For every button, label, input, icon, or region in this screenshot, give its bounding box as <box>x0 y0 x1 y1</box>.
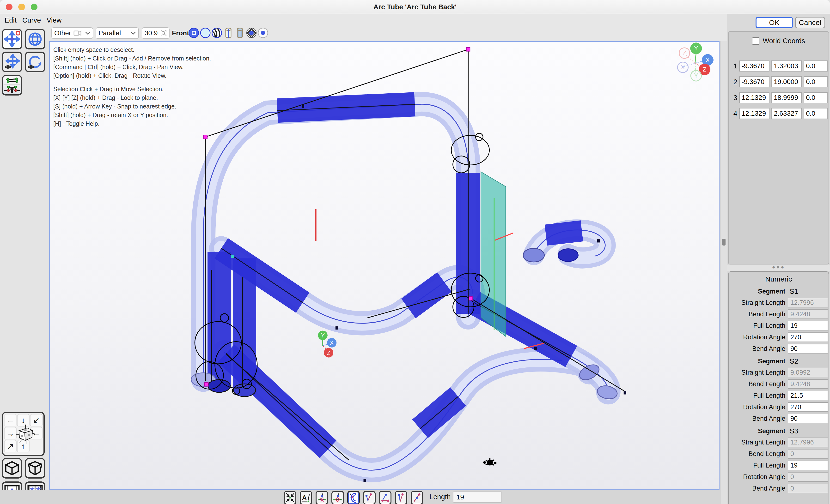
window-title: Arc Tube 'Arc Tube Back' <box>0 3 830 11</box>
s1-straight-length-field[interactable]: 12.7996 <box>788 298 828 307</box>
nav-arrow-up-right[interactable]: ↗ <box>4 440 17 452</box>
svg-text:A: A <box>302 494 307 501</box>
segment-raise-tool-button[interactable] <box>2 75 22 96</box>
tool-snap-point-burst[interactable] <box>316 491 328 504</box>
divider-handle[interactable] <box>722 239 726 245</box>
tool-polyline-v[interactable] <box>363 491 376 504</box>
s3-full-length-field[interactable]: 19 <box>788 461 828 470</box>
cube-icon <box>28 461 42 476</box>
point-4-y-field[interactable]: 2.63327 <box>771 108 802 119</box>
s3-bend-length-field[interactable]: 0 <box>788 449 828 459</box>
iso-view-button-2[interactable] <box>25 458 45 478</box>
move-selection-tool-button[interactable] <box>2 29 22 49</box>
svg-text:Z: Z <box>702 66 706 73</box>
camera-icon <box>73 30 82 37</box>
display-mode-hollow-section-button[interactable] <box>200 27 211 38</box>
top-toolbar: Other Parallel 30.9 Front <box>0 26 830 41</box>
s1-rotation-angle-field[interactable]: 270 <box>788 332 828 342</box>
point-row-2: 2 -9.3670 19.0000 0.0 <box>729 76 829 87</box>
panel-divider[interactable] <box>720 41 727 504</box>
menu-curve[interactable]: Curve <box>22 16 41 24</box>
point-3-x-field[interactable]: 12.1329 <box>739 92 769 103</box>
viewport-3d[interactable]: Y X Z Y X Z Z X Y Click empty space to <box>49 41 720 490</box>
camera-select[interactable]: Other <box>52 27 93 39</box>
s2-rotation-angle-field[interactable]: 270 <box>788 402 828 412</box>
title-bar: Arc Tube 'Arc Tube Back' <box>0 0 830 14</box>
world-move-tool-button[interactable] <box>25 29 45 49</box>
projection-select-value: Parallel <box>98 29 121 37</box>
menu-view[interactable]: View <box>46 16 62 24</box>
length-input[interactable]: 19 <box>453 492 502 503</box>
svg-text:Z: Z <box>327 350 330 356</box>
s2-bend-length-field[interactable]: 9.4248 <box>788 379 828 389</box>
display-mode-environment-button[interactable] <box>211 27 222 38</box>
point-4-z-field[interactable]: 0.0 <box>804 108 828 119</box>
svg-text:X: X <box>706 57 710 64</box>
s3-bend-angle-field[interactable]: 0 <box>788 483 828 493</box>
tool-straight-line[interactable] <box>411 491 423 504</box>
s1-bend-length-field[interactable]: 9.4248 <box>788 309 828 319</box>
point-row-3: 3 12.1329 18.9999 0.0 <box>729 92 829 103</box>
point-3-z-field[interactable]: 0.0 <box>804 92 828 103</box>
s1-full-length-field[interactable]: 19 <box>788 321 828 331</box>
snap-diamond-icon <box>333 493 343 503</box>
point-2-y-field[interactable]: 19.0000 <box>771 76 802 87</box>
iso-view-button-1[interactable] <box>2 458 22 478</box>
point-3-y-field[interactable]: 18.9999 <box>771 92 802 103</box>
s3-straight-length-field[interactable]: 12.7996 <box>788 438 828 447</box>
segment-header-2: Segment S2 <box>729 357 829 365</box>
cancel-button[interactable]: Cancel <box>795 17 825 28</box>
tool-snap-point-diamond[interactable] <box>331 491 344 504</box>
tool-corner-angle[interactable] <box>379 491 391 504</box>
origin-gizmo: Y X Z <box>318 331 337 357</box>
point-index: 4 <box>730 110 737 117</box>
projection-select[interactable]: Parallel <box>96 27 139 39</box>
zoom-value-field[interactable]: 30.9 <box>142 27 169 39</box>
display-mode-pattern-section-button[interactable] <box>246 27 257 38</box>
chevron-down-icon <box>85 31 90 35</box>
point-2-z-field[interactable]: 0.0 <box>804 76 828 87</box>
s3-rotation-angle-field[interactable]: 0 <box>788 472 828 482</box>
display-mode-dot-section-button[interactable] <box>257 27 268 38</box>
point-4-x-field[interactable]: 12.1329 <box>739 108 769 119</box>
s2-straight-length-field[interactable]: 9.0992 <box>788 368 828 377</box>
axis-gizmo[interactable]: Y X Z Z X Y <box>677 42 713 81</box>
world-coords-checkbox[interactable] <box>752 37 759 45</box>
rotate-view-tool-button[interactable] <box>25 52 45 72</box>
display-mode-solid-section-button[interactable] <box>188 27 199 38</box>
tool-arc-tube[interactable] <box>347 491 360 504</box>
point-1-z-field[interactable]: 0.0 <box>804 61 828 71</box>
svg-text:Z: Z <box>682 49 687 57</box>
panel-splitter[interactable]: ●●● <box>727 265 830 271</box>
snap-point <box>231 255 234 258</box>
menu-edit[interactable]: Edit <box>5 16 17 24</box>
tool-narrow-v[interactable] <box>395 491 407 504</box>
cube-icon <box>5 461 20 476</box>
display-mode-tube-wire-button[interactable] <box>223 27 234 38</box>
tool-collapse-selection[interactable] <box>284 491 296 504</box>
svg-text:Y: Y <box>321 332 325 339</box>
point-2-x-field[interactable]: -9.3670 <box>739 76 769 87</box>
view-navigator: ← ↓ ↙ → ← ↗ ↑ <box>2 412 45 456</box>
nav-arrow-left-top[interactable]: ← <box>4 414 17 427</box>
nav-cube-icon[interactable] <box>15 424 35 445</box>
point-1-y-field[interactable]: 1.32003 <box>771 61 802 71</box>
length-label: Length <box>429 493 451 501</box>
s2-full-length-field[interactable]: 21.5 <box>788 391 828 400</box>
lines-v-icon <box>364 493 374 503</box>
point-1-x-field[interactable]: -9.3670 <box>739 61 769 71</box>
segment-header-3: Segment S3 <box>729 427 829 435</box>
nav-arrow-right[interactable]: → <box>4 427 17 439</box>
s1-bend-angle-field[interactable]: 90 <box>788 344 828 354</box>
zoom-extents-icon <box>160 30 167 36</box>
collapse-arrows-icon <box>285 493 295 503</box>
point-row-1: 1 -9.3670 1.32003 0.0 <box>729 61 829 71</box>
tube-cap <box>523 248 544 262</box>
s2-bend-angle-field[interactable]: 90 <box>788 414 828 423</box>
narrow-v-icon <box>396 493 406 503</box>
display-mode-tube-solid-button[interactable] <box>234 27 246 38</box>
pan-view-tool-button[interactable] <box>2 52 22 72</box>
tool-angle-annotation[interactable]: A <box>300 491 312 504</box>
ok-button[interactable]: OK <box>756 17 793 28</box>
numeric-title: Numeric <box>729 275 829 283</box>
